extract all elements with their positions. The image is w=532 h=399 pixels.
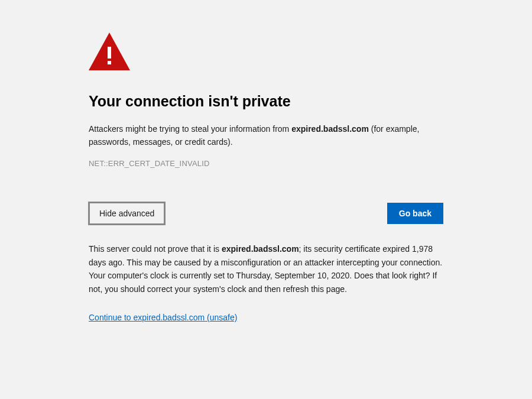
warning-prefix: Attackers might be trying to steal your … <box>89 124 291 134</box>
warning-domain: expired.badssl.com <box>291 124 369 134</box>
svg-rect-1 <box>108 47 111 59</box>
details-domain: expired.badssl.com <box>222 244 299 254</box>
warning-icon <box>89 33 443 73</box>
continue-unsafe-link[interactable]: Continue to expired.badssl.com (unsafe) <box>89 313 237 322</box>
advanced-details: This server could not prove that it is e… <box>89 242 443 296</box>
warning-description: Attackers might be trying to steal your … <box>89 123 443 148</box>
svg-rect-2 <box>108 61 111 64</box>
hide-advanced-button[interactable]: Hide advanced <box>89 202 165 225</box>
page-title: Your connection isn't private <box>89 93 443 110</box>
error-code: NET::ERR_CERT_DATE_INVALID <box>89 159 443 168</box>
button-row: Hide advanced Go back <box>89 202 443 225</box>
go-back-button[interactable]: Go back <box>387 203 443 224</box>
details-prefix: This server could not prove that it is <box>89 244 222 254</box>
